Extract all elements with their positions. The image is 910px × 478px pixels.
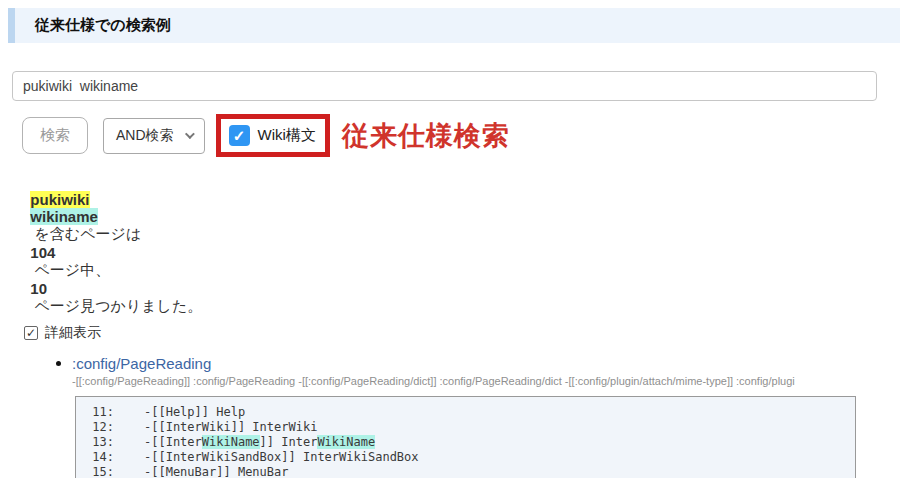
results-summary: pukiwiki wikiname を含むページは 104 ページ中、 10 ペ… (22, 174, 910, 316)
wiki-syntax-label[interactable]: Wiki構文 (258, 126, 316, 145)
wiki-syntax-checkbox[interactable]: ✓ (229, 125, 250, 146)
result-page-link[interactable]: :config/PageReading (72, 355, 211, 372)
result-excerpt: -[[:config/PageReading]] :config/PageRea… (72, 375, 908, 387)
code-line: 15:-[[MenuBar]] MenuBar (90, 465, 851, 478)
results-text-mid2: ページ中、 (30, 261, 110, 278)
results-text-mid1: を含むページは (30, 225, 145, 242)
line-number: 13: (90, 435, 114, 450)
detail-label[interactable]: 詳細表示 (45, 324, 101, 342)
code-block: 11:-[[Help]] Help12:-[[InterWiki]] Inter… (75, 396, 856, 478)
results-found-count: 10 (30, 280, 47, 297)
line-content: -[[InterWiki]] InterWiki (144, 420, 317, 434)
code-line: 14:-[[InterWikiSandBox]] InterWikiSandBo… (90, 450, 851, 465)
code-line: 12:-[[InterWiki]] InterWiki (90, 420, 851, 435)
line-number: 11: (90, 405, 114, 420)
wiki-syntax-annotation-box: ✓ Wiki構文 (216, 114, 330, 157)
line-content: -[[MenuBar]] MenuBar (144, 465, 289, 478)
page-title: 従来仕様での検索例 (35, 16, 171, 33)
search-mode-select[interactable]: AND検索 (103, 118, 205, 154)
search-term-1: pukiwiki (30, 191, 89, 208)
line-content: -[[InterWikiSandBox]] InterWikiSandBox (144, 450, 419, 464)
code-line: 13:-[[InterWikiName]] InterWikiName (90, 435, 851, 450)
result-list-item: :config/PageReading (56, 355, 910, 372)
detail-toggle: ✓ 詳細表示 (24, 324, 910, 342)
results-total-count: 104 (30, 244, 55, 261)
section-header-bar: 従来仕様での検索例 (8, 8, 900, 43)
line-number: 15: (90, 465, 114, 478)
search-button[interactable]: 検索 (22, 117, 88, 154)
code-line: 11:-[[Help]] Help (90, 405, 851, 420)
chevron-down-icon (185, 129, 195, 139)
annotation-text: 従来仕様検索 (342, 118, 510, 154)
search-mode-value: AND検索 (116, 127, 174, 145)
search-input[interactable] (12, 71, 877, 101)
line-content: -[[InterWikiName]] InterWikiName (144, 435, 375, 449)
detail-checkbox[interactable]: ✓ (24, 326, 38, 340)
checkmark-icon: ✓ (233, 128, 246, 143)
bullet-icon (56, 361, 61, 366)
line-number: 12: (90, 420, 114, 435)
search-controls: 検索 AND検索 ✓ Wiki構文 従来仕様検索 (22, 114, 910, 157)
results-text-tail: ページ見つかりました。 (30, 297, 202, 314)
line-content: -[[Help]] Help (144, 405, 245, 419)
search-term-2: wikiname (30, 208, 98, 225)
line-number: 14: (90, 450, 114, 465)
